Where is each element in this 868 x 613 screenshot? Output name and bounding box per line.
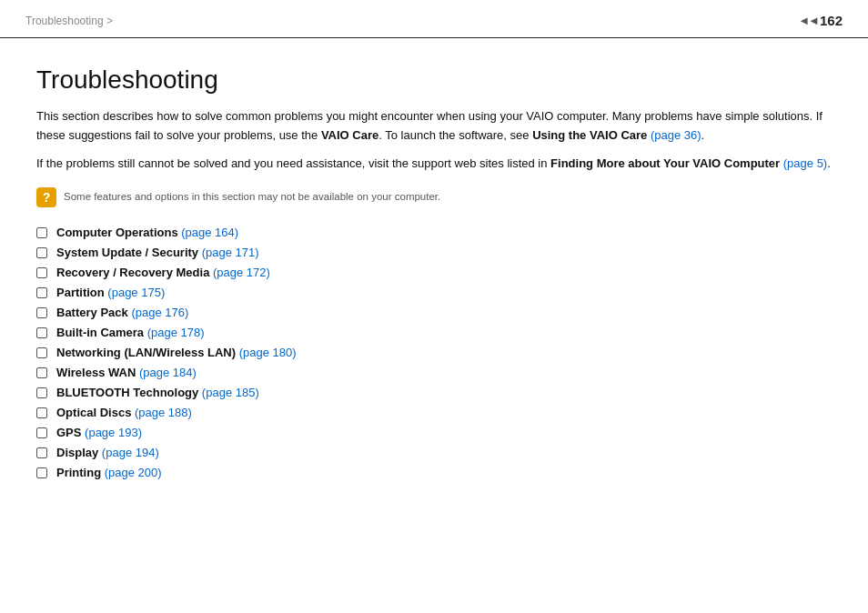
toc-item-link[interactable]: (page 172)	[213, 266, 270, 279]
toc-item-label: System Update / Security (page 171)	[56, 246, 259, 259]
intro-bold-vaio-care: VAIO Care	[321, 128, 378, 142]
toc-checkbox-icon	[36, 407, 47, 418]
toc-list-item: GPS (page 193)	[36, 426, 832, 439]
toc-checkbox-icon	[36, 307, 47, 318]
toc-item-label: GPS (page 193)	[56, 426, 142, 439]
toc-checkbox-icon	[36, 467, 47, 478]
intro-text-1c: .	[701, 128, 705, 142]
toc-checkbox-icon	[36, 427, 47, 438]
toc-item-link[interactable]: (page 188)	[135, 406, 192, 419]
toc-list-item: Built-in Camera (page 178)	[36, 326, 832, 339]
toc-item-label: Built-in Camera (page 178)	[56, 326, 205, 339]
toc-list-item: Battery Pack (page 176)	[36, 306, 832, 319]
toc-item-label: Battery Pack (page 176)	[56, 306, 188, 319]
toc-list-item: Computer Operations (page 164)	[36, 226, 832, 239]
toc-list-item: System Update / Security (page 171)	[36, 246, 832, 259]
toc-list-item: Networking (LAN/Wireless LAN) (page 180)	[36, 346, 832, 359]
toc-item-label: Wireless WAN (page 184)	[56, 366, 197, 379]
toc-item-link[interactable]: (page 176)	[131, 306, 188, 319]
toc-item-label: Recovery / Recovery Media (page 172)	[56, 266, 270, 279]
note-text: Some features and options in this sectio…	[64, 189, 440, 205]
main-content: Troubleshooting This section describes h…	[0, 38, 868, 513]
toc-checkbox-icon	[36, 327, 47, 338]
toc-checkbox-icon	[36, 247, 47, 258]
intro-paragraph-1: This section describes how to solve comm…	[36, 107, 832, 146]
toc-item-label: BLUETOOTH Technology (page 185)	[56, 386, 259, 399]
toc-list: Computer Operations (page 164)System Upd…	[36, 226, 832, 479]
intro-bold-finding-more: Finding More about Your VAIO Computer	[550, 156, 780, 170]
page-arrow-icon: ◄◄	[798, 14, 818, 27]
toc-checkbox-icon	[36, 447, 47, 458]
toc-list-item: Wireless WAN (page 184)	[36, 366, 832, 379]
toc-list-item: Partition (page 175)	[36, 286, 832, 299]
note-box: ? Some features and options in this sect…	[36, 187, 832, 207]
intro-text-2b: .	[827, 156, 831, 170]
toc-item-link[interactable]: (page 178)	[147, 326, 205, 339]
toc-list-item: Printing (page 200)	[36, 466, 832, 479]
toc-item-label: Computer Operations (page 164)	[56, 226, 238, 239]
toc-list-item: Display (page 194)	[36, 446, 832, 459]
toc-checkbox-icon	[36, 227, 47, 238]
toc-item-link[interactable]: (page 193)	[85, 426, 142, 439]
intro-link-page36[interactable]: (page 36)	[651, 128, 701, 142]
svg-text:?: ?	[43, 190, 51, 205]
page-title: Troubleshooting	[36, 65, 832, 95]
toc-checkbox-icon	[36, 347, 47, 358]
intro-text-2a: If the problems still cannot be solved a…	[36, 156, 550, 170]
toc-checkbox-icon	[36, 267, 47, 278]
toc-item-link[interactable]: (page 200)	[105, 466, 162, 479]
note-icon: ?	[36, 187, 56, 207]
toc-item-label: Optical Discs (page 188)	[56, 406, 192, 419]
page-number-area: ◄◄ 162	[798, 13, 843, 28]
breadcrumb: Troubleshooting >	[25, 15, 113, 27]
toc-list-item: Recovery / Recovery Media (page 172)	[36, 266, 832, 279]
toc-checkbox-icon	[36, 287, 47, 298]
toc-item-link[interactable]: (page 184)	[139, 366, 197, 379]
toc-item-link[interactable]: (page 175)	[107, 286, 165, 299]
toc-item-link[interactable]: (page 180)	[239, 346, 297, 359]
toc-item-link[interactable]: (page 185)	[202, 386, 259, 399]
toc-list-item: BLUETOOTH Technology (page 185)	[36, 386, 832, 399]
page-header: Troubleshooting > ◄◄ 162	[0, 0, 868, 38]
intro-text-1b: . To launch the software, see	[378, 128, 532, 142]
toc-checkbox-icon	[36, 367, 47, 378]
toc-item-label: Partition (page 175)	[56, 286, 165, 299]
toc-item-label: Printing (page 200)	[56, 466, 162, 479]
toc-checkbox-icon	[36, 387, 47, 398]
intro-paragraph-2: If the problems still cannot be solved a…	[36, 155, 832, 174]
page-number: 162	[820, 13, 843, 28]
toc-item-link[interactable]: (page 164)	[181, 226, 238, 239]
toc-item-link[interactable]: (page 194)	[102, 446, 159, 459]
intro-link-page5[interactable]: (page 5)	[783, 156, 827, 170]
toc-item-link[interactable]: (page 171)	[202, 246, 259, 259]
intro-bold-using-vaio-care: Using the VAIO Care	[532, 128, 647, 142]
toc-item-label: Display (page 194)	[56, 446, 159, 459]
toc-item-label: Networking (LAN/Wireless LAN) (page 180)	[56, 346, 297, 359]
toc-list-item: Optical Discs (page 188)	[36, 406, 832, 419]
